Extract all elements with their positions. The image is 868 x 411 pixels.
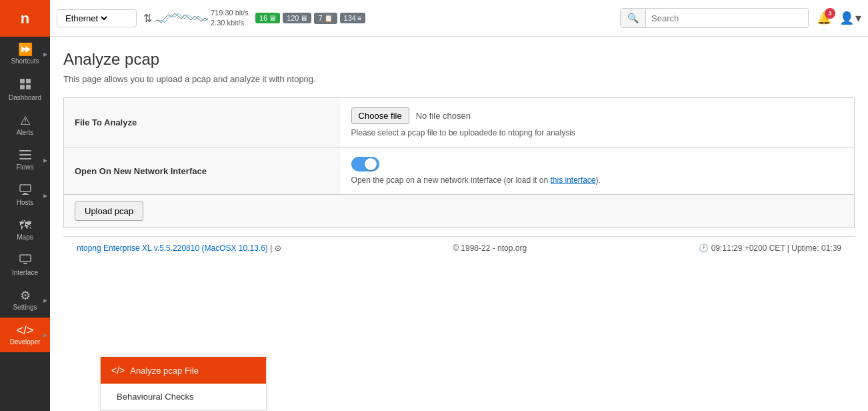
network-label: Open On New Network Interface [64,147,341,195]
user-dropdown-arrow: ▾ [855,11,861,25]
sidebar-item-developer[interactable]: </> Developer ▶ [0,318,50,352]
drawer-behavioural-label: Behavioural Checks [117,392,194,402]
svg-rect-0 [20,79,25,83]
sidebar: n ⏩ Shortcuts ▶ Dashboard ⚠ Alerts F [0,0,50,411]
toggle-slider [351,157,379,171]
footer-center: © 1998-22 - ntop.org [453,244,527,253]
choose-file-button[interactable]: Choose file [351,107,409,124]
upload-button[interactable]: Upload pcap [75,201,143,221]
sidebar-item-hosts[interactable]: Hosts ▶ [0,177,50,213]
footer-time: 09:11:29 +0200 CET | Uptime: 01:39 [711,244,841,253]
badge-alerts-icon: 📋 [324,14,333,23]
alerts-icon: ⚠ [20,115,31,127]
hosts-arrow: ▶ [43,192,47,198]
traffic-wave [155,8,208,28]
svg-rect-3 [26,85,31,89]
interface-dropdown[interactable]: Ethernet [63,13,109,24]
file-row: File To Analyze Choose file No file chos… [64,98,855,147]
sidebar-item-flows[interactable]: Flows ▶ [0,143,50,177]
badge-alerts[interactable]: 7 📋 [314,13,337,24]
file-input-section: Choose file No file chosen Please select… [351,107,843,137]
notification-button[interactable]: 🔔 3 [817,11,831,25]
svg-rect-11 [23,263,27,264]
drawer-analyze-icon: </> [111,365,125,376]
footer: ntopng Enterprise XL v.5.5.220810 (MacOS… [63,236,855,260]
drawer-analyze-label: Analyze pcap File [130,366,199,376]
search-box: 🔍 [620,8,809,28]
network-toggle[interactable] [351,157,379,171]
sidebar-item-shortcuts[interactable]: ⏩ Shortcuts ▶ [0,37,50,71]
sidebar-item-maps[interactable]: 🗺 Maps [0,213,50,248]
version-link[interactable]: ntopng Enterprise XL v.5.5.220810 (MacOS… [77,244,268,253]
svg-rect-10 [20,255,31,262]
badge-flows-icon: ≡ [357,14,361,22]
badge-hosts-value: 16 [259,14,267,22]
drawer-item-analyze-pcap[interactable]: </> Analyze pcap File [101,357,266,384]
badge-hosts[interactable]: 16 🖥 [255,13,280,23]
sidebar-item-settings[interactable]: ⚙ Settings ▶ [0,283,50,318]
sidebar-item-dashboard[interactable]: Dashboard [0,71,50,108]
sidebar-item-interface[interactable]: Interface [0,248,50,283]
sidebar-label-maps: Maps [17,234,33,241]
sidebar-label-alerts: Alerts [17,129,34,136]
sidebar-label-developer: Developer [10,338,41,346]
svg-rect-9 [22,194,29,195]
drawer-item-behavioural[interactable]: Behavioural Checks [101,384,266,410]
badge-flows-value: 134 [344,14,356,22]
sidebar-label-hosts: Hosts [17,199,34,206]
badge-alerts-value: 7 [318,14,322,22]
network-row: Open On New Network Interface Open the p… [64,147,855,195]
developer-icon: </> [16,324,33,336]
sidebar-label-settings: Settings [13,304,37,311]
clock-icon: 🕐 [699,244,709,253]
svg-rect-2 [20,85,25,89]
svg-rect-4 [19,150,31,151]
traffic-arrows-icon: ⇅ [143,12,152,25]
flows-arrow: ▶ [43,157,47,163]
search-button[interactable]: 🔍 [621,9,646,27]
sidebar-label-dashboard: Dashboard [9,94,41,101]
traffic-up: 719.30 bit/s [211,8,249,18]
footer-right: 🕐 09:11:29 +0200 CET | Uptime: 01:39 [699,244,841,253]
bottom-drawer: </> Analyze pcap File Behavioural Checks [100,357,267,411]
maps-icon: 🗺 [19,220,31,232]
badge-flows[interactable]: 134 ≡ [340,13,366,23]
logo-text: n [21,10,29,27]
traffic-stats: 719.30 bit/s 2.30 kbit/s [211,8,249,29]
badge-interfaces-value: 120 [287,14,299,22]
sidebar-label-flows: Flows [16,163,33,171]
interface-selector[interactable]: Ethernet [57,9,137,27]
notification-count: 3 [825,8,835,19]
svg-rect-6 [19,158,31,159]
stat-badges: 16 🖥 120 🖥 7 📋 134 ≡ [255,13,366,24]
user-icon: 👤 [839,11,854,25]
shortcuts-arrow: ▶ [43,51,47,57]
traffic-indicator: ⇅ 719.30 bit/s 2.30 kbit/s [143,8,249,29]
topbar-right: 🔍 🔔 3 👤 ▾ [620,8,861,28]
no-file-text: No file chosen [416,111,471,121]
shortcuts-icon: ⏩ [18,43,33,55]
settings-icon: ⚙ [20,290,31,302]
hosts-icon [19,184,31,197]
badge-interfaces-icon: 🖥 [300,14,307,22]
file-label: File To Analyze [64,98,341,147]
page-title: Analyze pcap [63,50,855,69]
sidebar-item-alerts[interactable]: ⚠ Alerts [0,108,50,143]
user-button[interactable]: 👤 ▾ [839,11,861,25]
svg-rect-8 [23,193,27,194]
sidebar-label-interface: Interface [12,269,38,276]
file-input-row: Choose file No file chosen [351,107,843,124]
svg-rect-1 [26,79,31,83]
form-table: File To Analyze Choose file No file chos… [63,97,855,228]
traffic-down: 2.30 kbit/s [211,18,249,28]
main-content: Ethernet ⇅ 719.30 bit/s 2.30 kbit/s 16 🖥… [50,0,868,411]
badge-interfaces[interactable]: 120 🖥 [283,13,311,23]
svg-rect-7 [20,185,31,191]
this-interface-link[interactable]: this interface [550,175,595,185]
toggle-section: Open the pcap on a new network interface… [351,157,843,185]
upload-row: Upload pcap [64,195,855,228]
footer-left: ntopng Enterprise XL v.5.5.220810 (MacOS… [77,244,281,253]
file-hint: Please select a pcap file to be uploaded… [351,128,843,137]
search-input[interactable] [646,9,808,27]
developer-arrow: ▶ [43,332,47,338]
